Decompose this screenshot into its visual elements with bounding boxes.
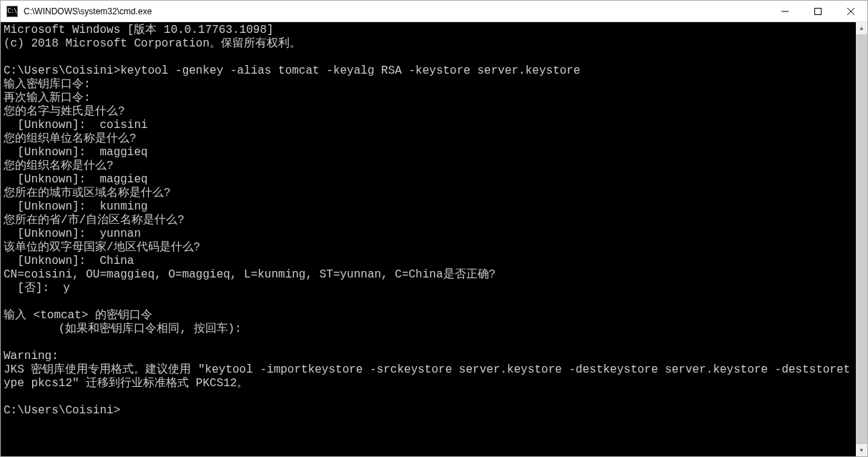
close-icon xyxy=(847,8,854,15)
window-controls xyxy=(769,1,867,21)
cmd-window: C:\ C:\WINDOWS\system32\cmd.exe Microsof… xyxy=(0,0,868,457)
scroll-thumb[interactable] xyxy=(856,34,867,444)
vertical-scrollbar[interactable]: ▲ ▼ xyxy=(856,22,867,456)
scroll-track[interactable] xyxy=(856,34,867,444)
scroll-down-arrow[interactable]: ▼ xyxy=(856,444,867,456)
app-icon: C:\ xyxy=(6,6,18,17)
maximize-icon xyxy=(814,8,822,15)
titlebar[interactable]: C:\ C:\WINDOWS\system32\cmd.exe xyxy=(1,1,867,22)
scroll-up-arrow[interactable]: ▲ xyxy=(856,22,867,34)
terminal-output[interactable]: Microsoft Windows [版本 10.0.17763.1098] (… xyxy=(1,22,856,456)
minimize-button[interactable] xyxy=(769,1,802,21)
svg-rect-0 xyxy=(815,8,822,14)
maximize-button[interactable] xyxy=(802,1,834,21)
window-title: C:\WINDOWS\system32\cmd.exe xyxy=(22,6,769,16)
minimize-icon xyxy=(781,8,789,15)
terminal-area: Microsoft Windows [版本 10.0.17763.1098] (… xyxy=(1,22,867,456)
close-button[interactable] xyxy=(834,1,867,21)
